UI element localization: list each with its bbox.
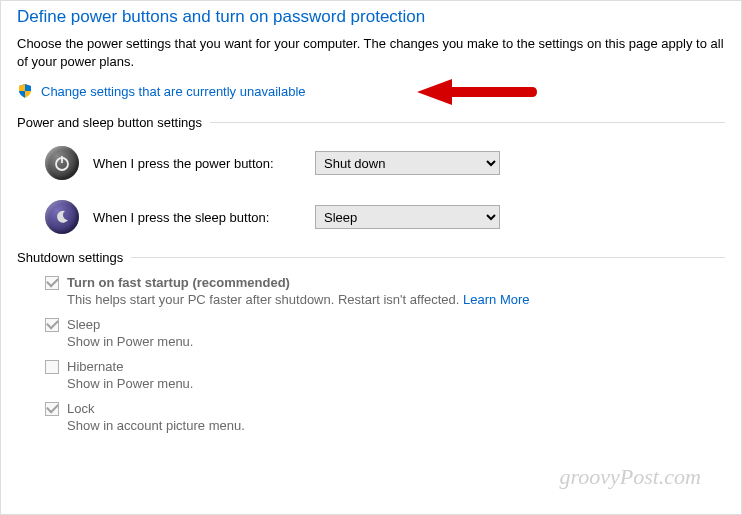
sleep-label: Sleep bbox=[67, 317, 100, 332]
shutdown-item-fast-startup: Turn on fast startup (recommended) This … bbox=[17, 271, 725, 313]
lock-desc: Show in account picture menu. bbox=[67, 418, 725, 433]
change-settings-link[interactable]: Change settings that are currently unava… bbox=[41, 84, 306, 99]
sleep-desc: Show in Power menu. bbox=[67, 334, 725, 349]
page-title: Define power buttons and turn on passwor… bbox=[17, 7, 725, 27]
shutdown-item-sleep: Sleep Show in Power menu. bbox=[17, 313, 725, 355]
sleep-icon bbox=[45, 200, 79, 234]
lock-checkbox[interactable] bbox=[45, 402, 59, 416]
sleep-checkbox[interactable] bbox=[45, 318, 59, 332]
power-button-label: When I press the power button: bbox=[93, 156, 301, 171]
power-icon bbox=[45, 146, 79, 180]
hibernate-checkbox[interactable] bbox=[45, 360, 59, 374]
power-button-row: When I press the power button: Shut down bbox=[17, 136, 725, 190]
sleep-button-label: When I press the sleep button: bbox=[93, 210, 301, 225]
sleep-button-row: When I press the sleep button: Sleep bbox=[17, 190, 725, 244]
section-divider bbox=[210, 122, 725, 123]
hibernate-desc: Show in Power menu. bbox=[67, 376, 725, 391]
learn-more-link[interactable]: Learn More bbox=[463, 292, 529, 307]
section-label: Power and sleep button settings bbox=[17, 115, 202, 130]
shield-icon bbox=[17, 83, 33, 99]
shutdown-item-hibernate: Hibernate Show in Power menu. bbox=[17, 355, 725, 397]
lock-label: Lock bbox=[67, 401, 94, 416]
section-divider bbox=[131, 257, 725, 258]
fast-startup-checkbox[interactable] bbox=[45, 276, 59, 290]
shutdown-item-lock: Lock Show in account picture menu. bbox=[17, 397, 725, 439]
fast-startup-desc: This helps start your PC faster after sh… bbox=[67, 292, 725, 307]
sleep-button-select[interactable]: Sleep bbox=[315, 205, 500, 229]
shutdown-section-header: Shutdown settings bbox=[17, 250, 725, 265]
section-label: Shutdown settings bbox=[17, 250, 123, 265]
page-subtitle: Choose the power settings that you want … bbox=[17, 35, 725, 71]
change-settings-row: Change settings that are currently unava… bbox=[17, 83, 725, 99]
power-button-select[interactable]: Shut down bbox=[315, 151, 500, 175]
power-sleep-section-header: Power and sleep button settings bbox=[17, 115, 725, 130]
annotation-arrow-icon bbox=[407, 75, 537, 112]
fast-startup-label: Turn on fast startup (recommended) bbox=[67, 275, 290, 290]
watermark: groovyPost.com bbox=[559, 464, 701, 490]
hibernate-label: Hibernate bbox=[67, 359, 123, 374]
